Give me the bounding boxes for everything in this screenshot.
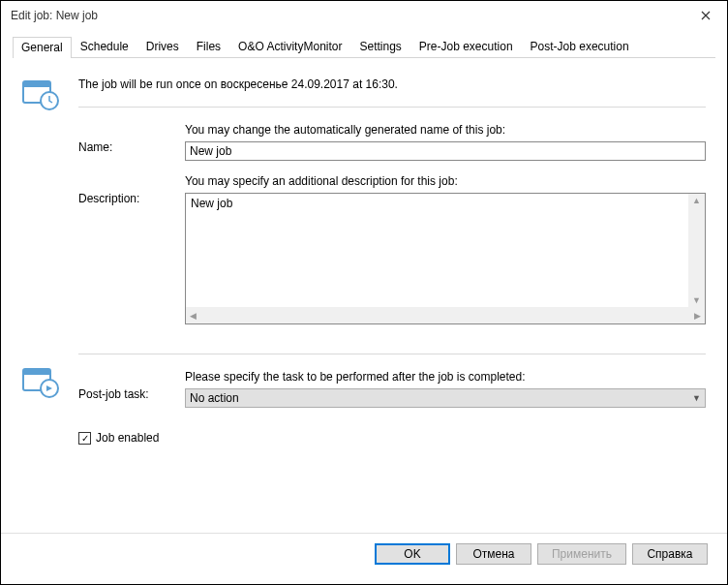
divider (78, 354, 706, 354)
tab-bar: General Schedule Drives Files O&O Activi… (13, 36, 715, 58)
job-enabled-label: Job enabled (96, 431, 159, 445)
vertical-scrollbar[interactable]: ▲ ▼ (688, 194, 705, 307)
svg-rect-4 (23, 369, 50, 375)
name-label: Name: (78, 123, 185, 161)
dialog-footer: OK Отмена Применить Справка (1, 533, 727, 584)
apply-button[interactable]: Применить (537, 543, 626, 565)
scroll-down-icon: ▼ (688, 293, 705, 307)
description-value: New job (191, 197, 232, 210)
close-icon (701, 8, 711, 23)
name-hint: You may change the automatically generat… (185, 123, 706, 137)
ok-button[interactable]: OK (375, 543, 450, 565)
tab-content: The job will be run once on воскресенье … (1, 58, 727, 533)
chevron-down-icon: ▼ (692, 393, 701, 403)
tab-settings[interactable]: Settings (350, 36, 410, 57)
svg-rect-1 (23, 81, 50, 87)
tab-drives[interactable]: Drives (137, 36, 188, 57)
description-textarea[interactable]: New job ▲ ▼ ◀ ▶ (185, 193, 706, 324)
description-label: Description: (78, 174, 185, 324)
titlebar: Edit job: New job (1, 1, 727, 30)
tab-activity-monitor[interactable]: O&O ActivityMonitor (229, 36, 350, 57)
tab-post-job[interactable]: Post-Job execution (522, 36, 638, 57)
tab-schedule[interactable]: Schedule (72, 36, 137, 57)
scroll-left-icon: ◀ (186, 309, 200, 323)
checkbox-icon: ✓ (78, 432, 91, 445)
tab-files[interactable]: Files (188, 36, 229, 57)
close-button[interactable] (684, 1, 727, 30)
posttask-value: No action (190, 391, 239, 405)
cancel-button[interactable]: Отмена (456, 543, 531, 565)
icon-column (22, 77, 61, 523)
job-enabled-checkbox-row[interactable]: ✓ Job enabled (78, 431, 706, 445)
name-input[interactable] (185, 141, 706, 161)
posttask-hint: Please specify the task to be performed … (185, 370, 706, 384)
scroll-up-icon: ▲ (688, 194, 705, 207)
form-column: The job will be run once on воскресенье … (78, 77, 706, 523)
tab-pre-job[interactable]: Pre-Job execution (410, 36, 522, 57)
window-title: Edit job: New job (11, 9, 98, 22)
posttask-icon (22, 365, 61, 401)
scroll-right-icon: ▶ (690, 309, 705, 323)
posttask-label: Post-job task: (78, 370, 185, 408)
horizontal-scrollbar[interactable]: ◀ ▶ (186, 307, 705, 323)
tab-general[interactable]: General (13, 37, 72, 58)
divider (78, 107, 706, 108)
posttask-select[interactable]: No action ▼ (185, 388, 706, 408)
description-hint: You may specify an additional descriptio… (185, 174, 706, 188)
schedule-icon (22, 77, 61, 113)
help-button[interactable]: Справка (632, 543, 708, 565)
dialog-window: Edit job: New job General Schedule Drive… (0, 0, 728, 585)
schedule-info-text: The job will be run once on воскресенье … (78, 77, 706, 91)
